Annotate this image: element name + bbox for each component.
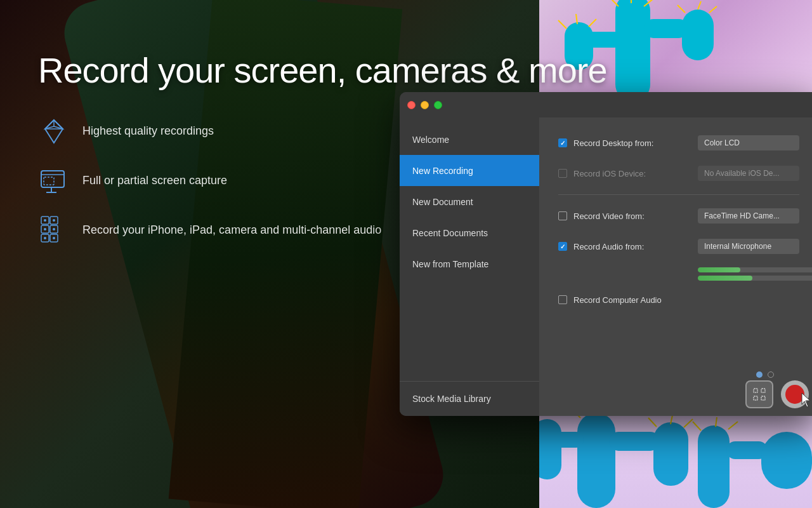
cactus-bottom-svg [539, 406, 812, 508]
feature-text-quality: Highest quality recordings [82, 123, 214, 139]
app-window: Welcome New Recording New Document Recen… [400, 92, 812, 416]
record-audio-label: Record Audio from: [573, 242, 644, 251]
dot-2 [768, 371, 774, 378]
svg-rect-0 [615, 0, 650, 102]
checkbox-area-audio: Record Audio from: [558, 242, 698, 251]
dot-1 [756, 371, 763, 378]
panel-content: Record Desktop from: Color LCD Record iO… [539, 117, 812, 337]
svg-line-13 [589, 19, 596, 27]
record-computer-audio-label: Record Computer Audio [573, 295, 662, 305]
record-audio-checkbox[interactable] [558, 242, 567, 251]
svg-rect-14 [577, 413, 615, 508]
record-video-value[interactable]: FaceTime HD Came... [698, 208, 799, 224]
feature-text-multichannel: Record your iPhone, iPad, camera and mul… [82, 222, 381, 238]
mouse-cursor [801, 392, 812, 411]
setting-row-ios: Record iOS Device: No Available iOS De..… [558, 164, 799, 183]
multichannel-icon [38, 215, 70, 246]
record-desktop-label: Record Desktop from: [573, 138, 653, 148]
svg-rect-18 [539, 419, 561, 479]
checkbox-area-video: Record Video from: [558, 211, 698, 221]
sidebar-stock-media[interactable]: Stock Media Library [400, 381, 539, 416]
svg-rect-52 [754, 389, 757, 392]
record-desktop-checkbox[interactable] [558, 138, 567, 147]
svg-rect-16 [653, 422, 688, 486]
svg-rect-15 [609, 432, 660, 451]
setting-row-video: Record Video from: FaceTime HD Came... [558, 206, 799, 225]
record-ios-checkbox[interactable] [558, 169, 567, 178]
sidebar-item-welcome[interactable]: Welcome [400, 124, 539, 155]
svg-rect-39 [44, 177, 54, 185]
screen-select-icon [752, 387, 767, 402]
svg-rect-55 [761, 396, 765, 400]
settings-panel: Record Desktop from: Color LCD Record iO… [539, 117, 812, 416]
svg-rect-2 [682, 10, 714, 60]
audio-level-bar-1 [698, 267, 812, 272]
svg-point-46 [44, 219, 46, 222]
svg-line-9 [698, 1, 701, 10]
svg-point-50 [44, 237, 46, 239]
svg-line-27 [684, 419, 693, 427]
svg-line-10 [709, 6, 717, 13]
setting-row-computer-audio: Record Computer Audio [558, 290, 799, 309]
sidebar-item-new-document[interactable]: New Document [400, 186, 539, 217]
sidebar-item-new-recording[interactable]: New Recording [400, 155, 539, 186]
audio-level-bar-2 [698, 276, 812, 281]
record-ios-value[interactable]: No Available iOS De... [698, 166, 799, 181]
svg-point-48 [44, 228, 46, 231]
record-desktop-value[interactable]: Color LCD [698, 135, 799, 150]
svg-line-11 [558, 20, 566, 29]
svg-line-29 [716, 417, 717, 427]
svg-point-49 [53, 228, 55, 231]
minimize-button[interactable] [421, 101, 429, 109]
svg-rect-19 [698, 425, 730, 508]
fullscreen-button[interactable] [434, 101, 442, 109]
svg-rect-1 [644, 19, 688, 38]
checkbox-area-ios: Record iOS Device: [558, 169, 698, 178]
svg-line-8 [678, 5, 685, 13]
svg-rect-21 [761, 432, 812, 489]
record-video-label: Record Video from: [573, 211, 645, 221]
diamond-icon [38, 116, 70, 147]
screen-select-button[interactable] [745, 380, 773, 408]
setting-row-audio: Record Audio from: Internal Microphone [558, 237, 799, 256]
svg-line-5 [609, 0, 619, 6]
title-bar [400, 92, 812, 117]
bottom-buttons [745, 380, 809, 408]
close-button[interactable] [407, 101, 416, 109]
cactus-bottom-area [539, 406, 812, 508]
record-video-checkbox[interactable] [558, 211, 567, 220]
audio-level-fill-1 [698, 267, 740, 272]
svg-line-25 [648, 418, 657, 427]
svg-point-51 [53, 237, 55, 239]
screen-capture-icon [38, 165, 70, 197]
sidebar: Welcome New Recording New Document Recen… [400, 117, 539, 416]
sidebar-item-new-from-template[interactable]: New from Template [400, 248, 539, 279]
svg-rect-54 [761, 389, 765, 392]
svg-line-30 [728, 422, 738, 429]
record-ios-label: Record iOS Device: [573, 169, 646, 178]
record-audio-value[interactable]: Internal Microphone [698, 239, 799, 254]
feature-text-capture: Full or partial screen capture [82, 173, 227, 189]
svg-line-28 [693, 422, 701, 431]
audio-level-fill-2 [698, 276, 752, 281]
svg-rect-53 [754, 396, 757, 400]
audio-levels [698, 267, 799, 281]
setting-row-desktop: Record Desktop from: Color LCD [558, 133, 799, 152]
sidebar-item-recent-documents[interactable]: Recent Documents [400, 217, 539, 248]
record-computer-audio-checkbox[interactable] [558, 295, 567, 304]
svg-point-47 [53, 219, 55, 222]
hero-title: Record your screen, cameras & more [38, 51, 607, 90]
checkbox-area-desktop: Record Desktop from: [558, 138, 698, 148]
separator [558, 194, 799, 195]
pagination-dots [756, 371, 774, 378]
